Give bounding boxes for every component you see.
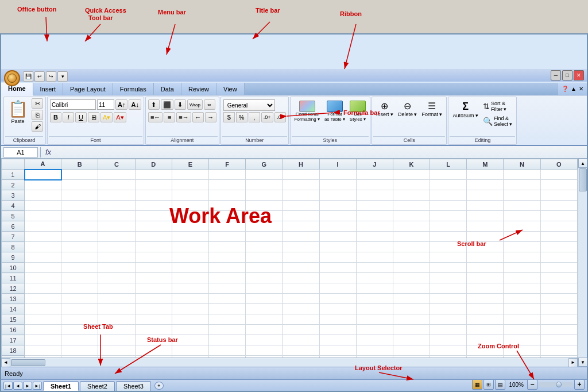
increase-indent-button[interactable]: → xyxy=(205,112,216,122)
align-middle-button[interactable]: ⬛ xyxy=(161,99,173,110)
col-header-f[interactable]: F xyxy=(208,159,245,170)
sheet-tab-sheet1[interactable]: Sheet1 xyxy=(43,381,79,391)
cell-G5[interactable] xyxy=(246,211,283,221)
col-header-n[interactable]: N xyxy=(504,159,540,170)
cell-L16[interactable] xyxy=(430,325,467,335)
autosum-button[interactable]: Σ AutoSum ▾ xyxy=(451,99,480,120)
cell-K16[interactable] xyxy=(393,325,430,335)
cell-B14[interactable] xyxy=(61,304,98,314)
cell-L8[interactable] xyxy=(430,242,467,252)
align-right-button[interactable]: ≡→ xyxy=(176,112,191,122)
cell-M15[interactable] xyxy=(467,314,504,325)
percent-button[interactable]: % xyxy=(236,112,247,122)
cell-N6[interactable] xyxy=(504,221,540,232)
cell-M11[interactable] xyxy=(467,273,504,283)
decrease-font-button[interactable]: A↓ xyxy=(129,99,141,110)
cell-O13[interactable] xyxy=(540,294,577,304)
cell-L7[interactable] xyxy=(430,232,467,242)
cell-H12[interactable] xyxy=(283,283,319,294)
cell-D12[interactable] xyxy=(135,283,172,294)
cell-B4[interactable] xyxy=(61,201,98,211)
cell-I4[interactable] xyxy=(319,201,356,211)
cell-N16[interactable] xyxy=(504,325,540,335)
cell-F4[interactable] xyxy=(208,201,245,211)
cell-G9[interactable] xyxy=(246,252,283,263)
maximize-button[interactable]: □ xyxy=(562,70,572,80)
cell-A11[interactable] xyxy=(25,273,61,283)
cell-E10[interactable] xyxy=(172,263,208,273)
col-header-e[interactable]: E xyxy=(172,159,208,170)
cell-G18[interactable] xyxy=(246,345,283,356)
cell-G8[interactable] xyxy=(246,242,283,252)
delete-cells-button[interactable]: ⊖ Delete ▾ xyxy=(396,99,419,118)
cell-L14[interactable] xyxy=(430,304,467,314)
cell-C1[interactable] xyxy=(98,170,135,180)
cell-E6[interactable] xyxy=(172,221,208,232)
cell-G17[interactable] xyxy=(246,335,283,345)
col-header-m[interactable]: M xyxy=(467,159,504,170)
cell-F13[interactable] xyxy=(208,294,245,304)
cell-H6[interactable] xyxy=(283,221,319,232)
redo-qa-button[interactable]: ↪ xyxy=(46,71,56,82)
cell-H3[interactable] xyxy=(283,190,319,201)
cell-O3[interactable] xyxy=(540,190,577,201)
scroll-down-button[interactable]: ▼ xyxy=(578,358,587,367)
col-header-k[interactable]: K xyxy=(393,159,430,170)
dollar-button[interactable]: $ xyxy=(223,112,235,122)
cell-I1[interactable] xyxy=(319,170,356,180)
format-painter-button[interactable]: 🖌 xyxy=(32,121,43,132)
cell-I2[interactable] xyxy=(319,180,356,190)
cell-L2[interactable] xyxy=(430,180,467,190)
sheet-prev-button[interactable]: ◄ xyxy=(13,382,22,390)
cell-H17[interactable] xyxy=(283,335,319,345)
cell-B17[interactable] xyxy=(61,335,98,345)
cell-F12[interactable] xyxy=(208,283,245,294)
cell-E7[interactable] xyxy=(172,232,208,242)
cell-I8[interactable] xyxy=(319,242,356,252)
cell-D15[interactable] xyxy=(135,314,172,325)
cell-M13[interactable] xyxy=(467,294,504,304)
cell-N1[interactable] xyxy=(504,170,540,180)
cell-F9[interactable] xyxy=(208,252,245,263)
cell-C6[interactable] xyxy=(98,221,135,232)
format-cells-button[interactable]: ☰ Format ▾ xyxy=(420,99,444,118)
cell-H9[interactable] xyxy=(283,252,319,263)
cell-H1[interactable] xyxy=(283,170,319,180)
cell-F10[interactable] xyxy=(208,263,245,273)
row-header-10[interactable]: 10 xyxy=(2,263,25,273)
decrease-decimal-button[interactable]: .0- xyxy=(274,112,286,122)
cell-K10[interactable] xyxy=(393,263,430,273)
cell-D7[interactable] xyxy=(135,232,172,242)
cell-I16[interactable] xyxy=(319,325,356,335)
cell-B18[interactable] xyxy=(61,345,98,356)
cell-C17[interactable] xyxy=(98,335,135,345)
cell-F16[interactable] xyxy=(208,325,245,335)
format-as-table-button[interactable]: Formatas Table ▾ xyxy=(323,99,347,124)
cell-H13[interactable] xyxy=(283,294,319,304)
cell-J2[interactable] xyxy=(356,180,393,190)
cell-I14[interactable] xyxy=(319,304,356,314)
cell-D9[interactable] xyxy=(135,252,172,263)
sheet-first-button[interactable]: |◄ xyxy=(3,382,13,390)
underline-button[interactable]: U xyxy=(75,112,87,122)
cell-E12[interactable] xyxy=(172,283,208,294)
cell-E1[interactable] xyxy=(172,170,208,180)
cell-A16[interactable] xyxy=(25,325,61,335)
cell-H14[interactable] xyxy=(283,304,319,314)
cell-E2[interactable] xyxy=(172,180,208,190)
cell-A6[interactable] xyxy=(25,221,61,232)
cell-J17[interactable] xyxy=(356,335,393,345)
cell-J6[interactable] xyxy=(356,221,393,232)
cell-K7[interactable] xyxy=(393,232,430,242)
cell-N10[interactable] xyxy=(504,263,540,273)
italic-button[interactable]: I xyxy=(63,112,74,122)
cell-K11[interactable] xyxy=(393,273,430,283)
cell-B11[interactable] xyxy=(61,273,98,283)
vertical-scrollbar[interactable]: ▲ ▼ xyxy=(578,159,587,367)
cell-O7[interactable] xyxy=(540,232,577,242)
cell-L9[interactable] xyxy=(430,252,467,263)
cell-G3[interactable] xyxy=(246,190,283,201)
font-name-input[interactable] xyxy=(50,99,96,110)
cell-G6[interactable] xyxy=(246,221,283,232)
row-header-15[interactable]: 15 xyxy=(2,314,25,325)
